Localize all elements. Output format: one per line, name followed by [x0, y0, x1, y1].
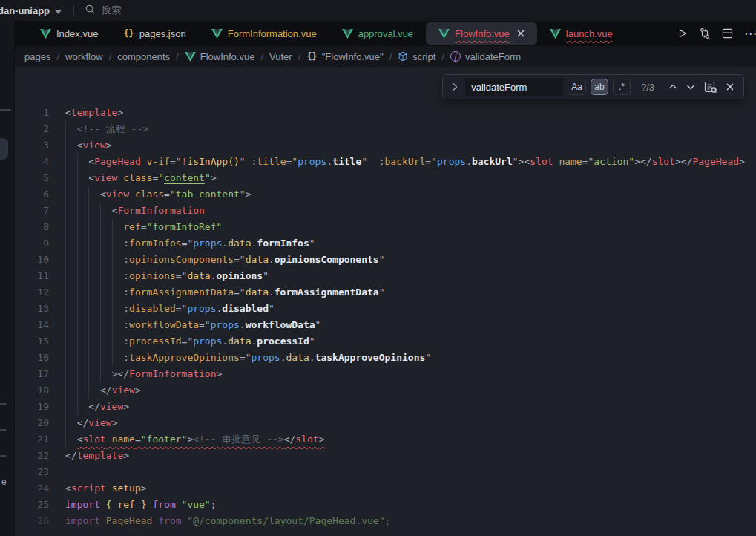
breadcrumb-separator: /: [176, 51, 179, 62]
line-number[interactable]: 6: [15, 186, 49, 203]
line-number[interactable]: 10: [15, 252, 49, 268]
line-number[interactable]: 17: [15, 366, 49, 382]
code-line[interactable]: 6 <view class="tab-content">: [15, 186, 756, 203]
line-number[interactable]: 16: [15, 350, 49, 366]
code-line[interactable]: 8 ref="formInfoRef": [15, 219, 756, 235]
code-line[interactable]: 15 :processId="props.data.processId": [15, 333, 756, 350]
code-line[interactable]: 10 :opinionsComponents="data.opinionsCom…: [15, 252, 756, 268]
line-number[interactable]: 5: [15, 170, 49, 186]
line-number[interactable]: 7: [15, 203, 49, 219]
line-number[interactable]: 23: [15, 464, 49, 480]
tab-Index.vue[interactable]: Index.vue: [27, 22, 111, 45]
code-line[interactable]: 13 :disabled="props.disabled": [15, 301, 756, 317]
code-text: <script setup>: [65, 480, 147, 497]
line-number[interactable]: 12: [15, 284, 49, 301]
line-number[interactable]: 15: [15, 333, 49, 350]
line-number[interactable]: 9: [15, 235, 49, 252]
toggle-replace-icon[interactable]: [449, 82, 461, 91]
match-case-button[interactable]: Aa: [568, 79, 586, 95]
code-line[interactable]: 3 <view>: [15, 137, 756, 154]
line-number[interactable]: 22: [15, 448, 49, 464]
code-line[interactable]: 25import { ref } from "vue";: [15, 497, 756, 513]
run-icon[interactable]: [677, 28, 688, 39]
find-in-selection-icon[interactable]: [702, 81, 720, 94]
breadcrumb-item-components[interactable]: components: [117, 51, 170, 62]
previous-match-icon[interactable]: [666, 84, 680, 90]
regex-button[interactable]: .*: [613, 79, 631, 95]
next-match-icon[interactable]: [684, 84, 697, 90]
code-line[interactable]: 11 :opinions="data.opinions": [15, 268, 756, 284]
line-number[interactable]: 3: [15, 137, 49, 154]
breadcrumb-item-workflow[interactable]: workflow: [65, 51, 103, 62]
cube-icon: [398, 51, 408, 62]
code-line[interactable]: 9 :formInfos="props.data.formInfos": [15, 235, 756, 252]
code-area[interactable]: 1<template>2 <!-- 流程 -->3 <view>4 <PageH…: [15, 67, 756, 536]
close-tab-icon[interactable]: [517, 30, 525, 37]
tab-label: FormInformation.vue: [228, 28, 317, 39]
tab-pages.json[interactable]: {}pages.json: [111, 22, 198, 45]
line-number[interactable]: 4: [15, 154, 49, 170]
breadcrumb-item-script[interactable]: script: [398, 51, 435, 62]
braces-icon: {}: [306, 51, 317, 62]
code-line[interactable]: 22</template>: [15, 448, 756, 464]
breadcrumb-item-flowinfo.vue[interactable]: {}"FlowInfo.vue": [306, 51, 383, 62]
code-line[interactable]: 24<script setup>: [15, 480, 756, 497]
code-line[interactable]: 5 <view class="content">: [15, 170, 756, 186]
function-icon: f: [450, 51, 461, 62]
line-number[interactable]: 26: [15, 513, 49, 529]
find-input[interactable]: [465, 78, 563, 96]
line-number[interactable]: 21: [15, 431, 49, 448]
code-line[interactable]: 1<template>: [15, 105, 756, 121]
more-actions-icon[interactable]: ⋯: [744, 26, 756, 42]
code-line[interactable]: 18 </view>: [15, 382, 756, 399]
code-line[interactable]: 2 <!-- 流程 -->: [15, 121, 756, 137]
line-number[interactable]: 20: [15, 415, 49, 431]
line-number[interactable]: 24: [15, 480, 49, 497]
vue-icon: [550, 29, 561, 39]
tab-label: Index.vue: [56, 28, 98, 39]
code-line[interactable]: 17 ></FormInformation>: [15, 366, 756, 382]
global-search[interactable]: 搜索: [85, 4, 121, 17]
breadcrumb-label: script: [412, 51, 435, 62]
code-line[interactable]: 16 :taskApproveOpinions="props.data.task…: [15, 350, 756, 366]
project-selector[interactable]: dan-uniapp: [0, 5, 62, 16]
line-number[interactable]: 25: [15, 497, 49, 513]
sidebar-fragment: [0, 429, 7, 431]
sidebar-fragment: [0, 455, 7, 457]
code-text: :taskApproveOpinions="props.data.taskApp…: [65, 350, 431, 366]
line-number[interactable]: 2: [15, 121, 49, 137]
line-number[interactable]: 1: [15, 105, 49, 121]
line-number[interactable]: 13: [15, 301, 49, 317]
code-line[interactable]: 7 <FormInformation: [15, 203, 756, 219]
whole-word-button[interactable]: ab: [591, 79, 608, 95]
close-find-icon[interactable]: [724, 83, 736, 91]
line-number[interactable]: 18: [15, 382, 49, 399]
line-number[interactable]: 11: [15, 268, 49, 284]
breadcrumb-item-pages[interactable]: pages: [24, 51, 50, 62]
tab-label: launch.vue: [566, 28, 613, 39]
code-line[interactable]: 23: [15, 464, 756, 480]
split-editor-icon[interactable]: [722, 28, 733, 39]
compare-changes-icon[interactable]: [699, 27, 711, 39]
code-line[interactable]: 19 </view>: [15, 399, 756, 415]
code-line[interactable]: 14 :workflowData="props.workflowData": [15, 317, 756, 333]
explorer-active-item-fragment[interactable]: [0, 138, 8, 160]
line-number[interactable]: 14: [15, 317, 49, 333]
code-line[interactable]: 26import PageHead from "@/components/lay…: [15, 513, 756, 529]
indent-guide: [112, 219, 113, 366]
tab-launch.vue[interactable]: launch.vue: [537, 22, 625, 45]
line-number[interactable]: 8: [15, 219, 49, 235]
code-line[interactable]: 12 :formAssignmentData="data.formAssignm…: [15, 284, 756, 301]
tab-FlowInfo.vue[interactable]: FlowInfo.vue: [426, 22, 537, 45]
sidebar-fragment: [0, 109, 11, 111]
code-line[interactable]: 21 <slot name="footer"><!-- 审批意见 --></sl…: [15, 431, 756, 448]
indent-guide: [88, 186, 89, 399]
tab-approval.vue[interactable]: approval.vue: [329, 22, 426, 45]
breadcrumb-item-validateform[interactable]: fvalidateForm: [450, 51, 521, 62]
code-line[interactable]: 20 </view>: [15, 415, 756, 431]
line-number[interactable]: 19: [15, 399, 49, 415]
tab-FormInformation.vue[interactable]: FormInformation.vue: [199, 22, 329, 45]
code-line[interactable]: 4 <PageHead v-if="!isInApp()" :title="pr…: [15, 154, 756, 170]
breadcrumb-item-flowinfo.vue[interactable]: FlowInfo.vue: [185, 51, 255, 62]
breadcrumb-item-vuter[interactable]: Vuter: [269, 51, 292, 62]
